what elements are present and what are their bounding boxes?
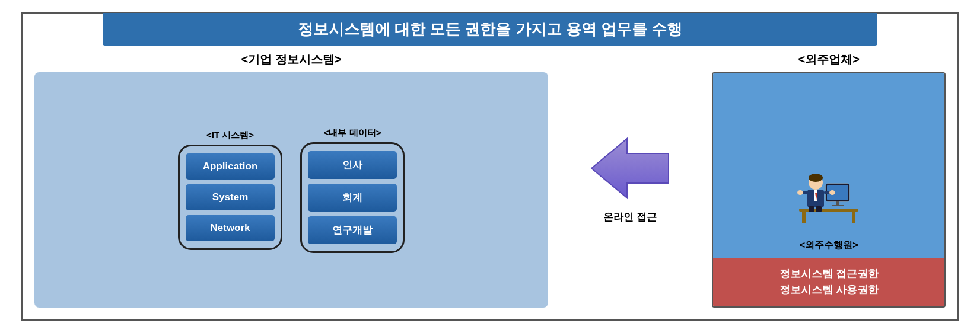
svg-rect-5: [799, 209, 858, 212]
main-title: 정보시스템에 대한 모든 권한을 가지고 용역 업무를 수행: [103, 13, 877, 46]
outsource-red-text: 정보시스템 접근권한정보시스템 사용권한: [779, 266, 879, 298]
it-item-system: System: [186, 184, 275, 210]
outsource-red-area: 정보시스템 접근권한정보시스템 사용권한: [713, 258, 944, 306]
svg-rect-3: [836, 201, 839, 205]
it-system-box: <IT 시스템> Application System Network: [178, 130, 282, 250]
outsource-section: <외주업체>: [712, 52, 946, 308]
outsource-image-area: <외주수행원>: [713, 73, 944, 258]
data-border-box: 인사 회계 연구개발: [300, 142, 405, 253]
data-item-hr: 인사: [308, 151, 397, 179]
arrow-section: 온라인 접근: [560, 52, 700, 308]
data-box: <내부 데이터> 인사 회계 연구개발: [300, 127, 405, 253]
svg-rect-4: [832, 205, 844, 206]
svg-marker-0: [591, 139, 669, 198]
svg-rect-7: [852, 212, 855, 223]
outsource-box: <외주수행원> 정보시스템 접근권한정보시스템 사용권한: [712, 72, 946, 308]
svg-point-9: [809, 174, 823, 182]
it-system-border-box: Application System Network: [178, 145, 282, 250]
person-at-desk-icon: [793, 166, 864, 237]
svg-rect-17: [809, 206, 814, 212]
svg-rect-6: [802, 212, 806, 223]
online-access-label: 온라인 접근: [603, 210, 657, 224]
arrow-icon: [591, 136, 669, 201]
content-row: <기업 정보시스템> <IT 시스템> Application System N…: [34, 52, 946, 308]
company-section: <기업 정보시스템> <IT 시스템> Application System N…: [34, 52, 548, 308]
outsource-person-label: <외주수행원>: [800, 239, 858, 252]
svg-point-16: [829, 190, 835, 195]
company-section-title: <기업 정보시스템>: [34, 52, 548, 68]
blue-bg-box: <IT 시스템> Application System Network <내부 …: [34, 72, 548, 308]
it-item-application: Application: [186, 153, 275, 180]
it-item-network: Network: [186, 215, 275, 241]
data-item-accounting: 회계: [308, 184, 397, 212]
svg-point-15: [797, 190, 803, 195]
data-subtitle: <내부 데이터>: [324, 127, 381, 139]
data-item-rd: 연구개발: [308, 216, 397, 244]
arrow-container: [591, 136, 669, 201]
outsource-section-title: <외주업체>: [712, 52, 946, 68]
main-container: 정보시스템에 대한 모든 권한을 가지고 용역 업무를 수행 <기업 정보시스템…: [21, 12, 959, 321]
it-system-subtitle: <IT 시스템>: [206, 130, 254, 141]
svg-rect-18: [816, 206, 822, 212]
